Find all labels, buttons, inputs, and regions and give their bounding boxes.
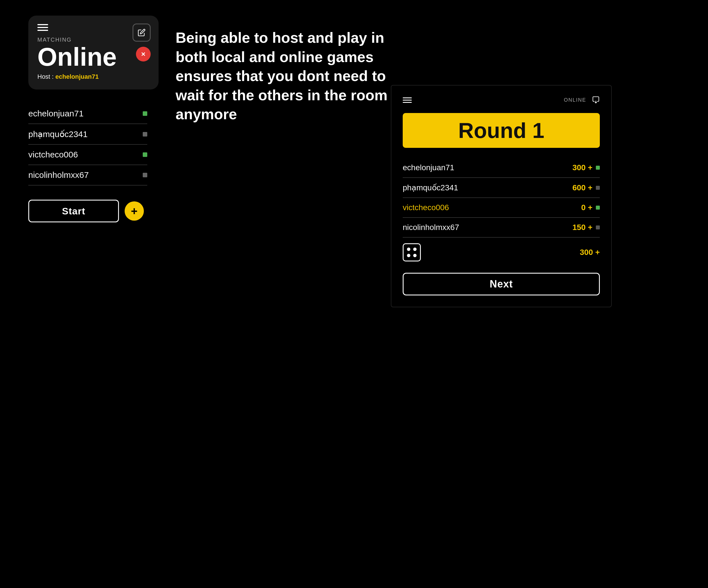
round-banner: Round 1 [403,113,600,148]
player-name: echelonjuan71 [28,109,84,118]
left-panel: MATCHING Online Host : echelonjuan71 ech… [28,16,164,222]
dice-dot [407,247,410,251]
score-dot-green [596,166,600,170]
game-title: Online [37,44,150,70]
edit-button[interactable] [132,24,151,41]
score-dot-gray [596,186,600,190]
dice-dot [413,247,417,251]
round-label: Round 1 [403,118,600,143]
dice-row: 300 + [403,238,600,264]
add-button[interactable]: + [125,201,144,220]
screen-header: ONLINE [403,96,600,105]
next-button[interactable]: Next [403,273,600,295]
score-value: 150 + [572,223,592,232]
table-row: phạmquốc2341 600 + [403,178,600,198]
game-card: MATCHING Online Host : echelonjuan71 [28,16,158,89]
list-item: victcheco006 [28,145,147,165]
score-dot-green [596,206,600,210]
player-name: echelonjuan71 [403,163,454,172]
score-list: echelonjuan71 300 + phạmquốc2341 600 + v… [403,158,600,238]
player-name: phạmquốc2341 [403,183,458,192]
description-text: Being able to host and play in both loca… [176,28,402,124]
table-row: nicolinholmxx67 150 + [403,218,600,238]
share-icon [592,96,600,104]
player-name: victcheco006 [28,150,78,159]
player-name: phạmquốc2341 [28,129,88,139]
status-dot-green [143,152,147,157]
game-screen: ONLINE Round 1 echelonjuan71 300 + phạmq… [391,85,612,307]
online-badge: ONLINE [564,97,586,103]
list-item: nicolinholmxx67 [28,165,147,185]
player-name-highlighted: victcheco006 [403,203,449,212]
dice-dot [413,254,417,257]
table-row: echelonjuan71 300 + [403,158,600,178]
share-button[interactable] [592,96,600,105]
table-row: victcheco006 0 + [403,198,600,218]
close-icon [140,51,146,57]
score-value: 600 + [572,183,592,192]
score-value: 0 + [581,203,592,212]
action-row: Start + [28,200,164,222]
status-dot-gray [143,173,147,177]
player-name: nicolinholmxx67 [28,170,89,180]
start-button[interactable]: Start [28,200,119,222]
dice-dot [407,254,410,257]
edit-icon [138,29,146,36]
score-dot-gray [596,226,600,229]
player-list: echelonjuan71 phạmquốc2341 victcheco006 … [28,104,147,185]
status-dot-green [143,111,147,116]
host-name: echelonjuan71 [56,73,99,80]
dice-icon [403,243,421,261]
list-item: phạmquốc2341 [28,124,147,145]
dice-score: 300 + [580,248,600,257]
host-line: Host : echelonjuan71 [37,73,150,81]
score-value: 300 + [572,163,592,172]
player-name: nicolinholmxx67 [403,223,459,232]
list-item: echelonjuan71 [28,104,147,124]
screen-menu-icon[interactable] [403,97,412,103]
status-dot-gray [143,132,147,137]
close-button[interactable] [136,47,151,61]
